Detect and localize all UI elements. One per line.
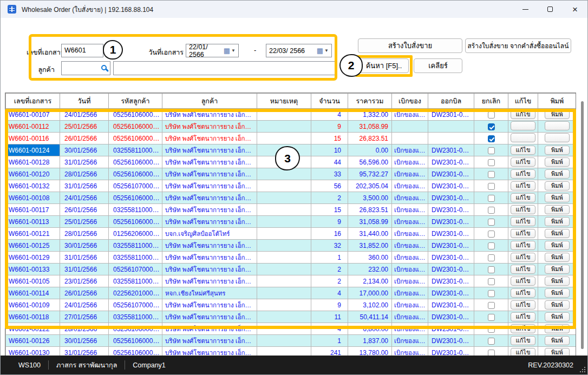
customer-code-cell[interactable]: 05256107000122 — [109, 264, 162, 275]
date-cell[interactable]: 30/01/2566 — [60, 144, 109, 156]
cancel-checkbox[interactable] — [488, 278, 495, 285]
cancel-checkbox[interactable] — [488, 195, 495, 202]
picking-status-cell[interactable]: เบิกของแล้ว — [392, 204, 428, 216]
table-row[interactable]: W6601-00125 30/01/2566 03255811000012 บร… — [6, 240, 577, 252]
print-button[interactable]: พิมพ์ — [545, 181, 570, 190]
print-button[interactable]: พิมพ์ — [545, 265, 570, 274]
customer-code-cell[interactable]: 03255811000012 — [109, 311, 162, 323]
total-cell[interactable]: 50,411.14 — [348, 311, 392, 323]
customer-cell[interactable]: บริษัท พงศ์โชตนาการยาง เอ็กซ์ตรั... — [162, 180, 257, 192]
billing-no-cell[interactable]: DW2301-00116 — [428, 204, 474, 216]
customer-code-cell[interactable]: 05256106000005 — [109, 323, 162, 335]
edit-button[interactable]: แก้ไข — [511, 336, 535, 345]
customer-code-cell[interactable]: 03255811000012 — [109, 275, 162, 287]
picking-status-cell[interactable]: เบิกของแล้ว — [392, 335, 428, 347]
col-header-billing[interactable]: ออกบิล — [428, 94, 474, 109]
print-button[interactable]: พิมพ์ — [545, 110, 570, 119]
picking-status-cell[interactable]: เบิกของแล้ว — [392, 252, 428, 264]
table-row[interactable]: W6601-00120 28/01/2566 05256106000005 บร… — [6, 168, 577, 180]
search-icon[interactable] — [101, 65, 107, 70]
note-cell[interactable] — [257, 121, 311, 133]
cancel-checkbox[interactable] — [488, 266, 495, 273]
doc-no-cell[interactable]: W6601-00132 — [6, 180, 60, 192]
picking-status-cell[interactable]: เบิกของแล้ว — [392, 275, 428, 287]
col-header-customer-code[interactable]: รหัสลูกค้า — [109, 94, 162, 109]
edit-button[interactable]: แก้ไข — [511, 169, 535, 179]
customer-cell[interactable]: บริษัท พงศ์โชตนาการยาง เอ็กซเลน... — [162, 275, 257, 287]
date-cell[interactable]: 31/01/2566 — [60, 180, 109, 192]
customer-cell[interactable]: บริษัท พงศ์โชตนาการยาง เอ็กซเลน... — [162, 204, 257, 216]
table-row[interactable]: W6601-00129 31/01/2566 03255811000012 บร… — [6, 252, 577, 264]
customer-cell[interactable]: บริษัท พงศ์โชตนาการยาง เอ็กซ์ตรั... — [162, 264, 257, 275]
print-button[interactable] — [545, 133, 570, 142]
doc-no-cell[interactable]: W6601-00113 — [6, 216, 60, 228]
clear-button[interactable]: เคลียร์ — [414, 58, 462, 73]
billing-no-cell[interactable]: DW2301-00113 — [428, 287, 474, 299]
note-cell[interactable] — [257, 204, 311, 216]
customer-code-cell[interactable]: 05256106000005 — [109, 335, 162, 347]
quantity-cell[interactable]: 2 — [311, 192, 348, 204]
picking-status-cell[interactable]: เบิกของแล้ว — [392, 156, 428, 168]
doc-no-cell[interactable]: W6601-00117 — [6, 204, 60, 216]
customer-code-cell[interactable]: 05256106000005 — [109, 109, 162, 121]
date-cell[interactable]: 26/01/2566 — [60, 133, 109, 144]
cancel-checkbox[interactable] — [488, 207, 495, 214]
resize-grip[interactable] — [579, 366, 586, 373]
print-button[interactable]: พิมพ์ — [545, 229, 570, 238]
customer-code-cell[interactable]: 05256106000005 — [109, 192, 162, 204]
billing-no-cell[interactable]: DW2301-00125 — [428, 335, 474, 347]
billing-no-cell[interactable] — [428, 121, 474, 133]
total-cell[interactable]: 1,837.00 — [348, 335, 392, 347]
print-button[interactable]: พิมพ์ — [545, 300, 570, 310]
calendar-icon[interactable]: ▦ — [317, 47, 323, 54]
cancel-checkbox[interactable] — [488, 135, 495, 142]
doc-no-cell[interactable]: W6601-00109 — [6, 299, 60, 311]
billing-no-cell[interactable]: DW2301-00127 — [428, 156, 474, 168]
date-cell[interactable]: 30/01/2566 — [60, 240, 109, 252]
picking-status-cell[interactable]: เบิกของแล้ว — [392, 216, 428, 228]
customer-code-cell[interactable]: 03255811000012 — [109, 252, 162, 264]
edit-button[interactable]: แก้ไข — [511, 205, 535, 214]
customer-cell[interactable]: บริษัท พงศ์โชตนาการยาง เอ็กซ์เพร... — [162, 121, 257, 133]
note-cell[interactable] — [257, 144, 311, 156]
quantity-cell[interactable]: 1 — [311, 335, 348, 347]
customer-code-cell[interactable]: 05256106000005 — [109, 133, 162, 144]
quantity-cell[interactable]: 44 — [311, 156, 348, 168]
print-button[interactable]: พิมพ์ — [545, 241, 570, 250]
total-cell[interactable]: 31,058.99 — [348, 216, 392, 228]
quantity-cell[interactable]: 32 — [311, 240, 348, 252]
cancel-checkbox[interactable] — [488, 302, 495, 309]
quantity-cell[interactable]: 15 — [311, 204, 348, 216]
date-cell[interactable]: 31/01/2566 — [60, 156, 109, 168]
customer-code-cell[interactable]: 05256107000122 — [109, 180, 162, 192]
customer-cell[interactable]: บริษัท พงศ์โชตนาการยาง เอ็กซเลน... — [162, 144, 257, 156]
table-row[interactable]: W6601-00121 28/01/2566 01256206000071 บจ… — [6, 228, 577, 240]
total-cell[interactable]: 3,500.00 — [348, 192, 392, 204]
quantity-cell[interactable]: 9 — [311, 299, 348, 311]
quantity-cell[interactable]: 15 — [311, 133, 348, 144]
edit-button[interactable]: แก้ไข — [511, 300, 535, 310]
print-button[interactable]: พิมพ์ — [545, 277, 570, 286]
doc-no-cell[interactable]: W6601-00126 — [6, 335, 60, 347]
billing-no-cell[interactable] — [428, 133, 474, 144]
chevron-down-icon[interactable]: ▼ — [324, 49, 329, 53]
table-row[interactable]: W6601-00122 28/01/2566 05256106000005 บร… — [6, 323, 577, 335]
col-header-customer[interactable]: ลูกค้า — [162, 94, 257, 109]
date-to-input[interactable]: 22/03/ 2566 ▦ ▼ — [266, 44, 332, 57]
total-cell[interactable]: 26,823.51 — [348, 133, 392, 144]
date-cell[interactable]: 28/01/2566 — [60, 228, 109, 240]
customer-cell[interactable]: บจก.เจริญศิลป์ออโต้ไทร์ — [162, 228, 257, 240]
total-cell[interactable]: 31,058.99 — [348, 121, 392, 133]
note-cell[interactable] — [257, 335, 311, 347]
total-cell[interactable]: 95,732.27 — [348, 168, 392, 180]
date-cell[interactable]: 26/01/2566 — [60, 287, 109, 299]
billing-no-cell[interactable]: DW2301-00120 — [428, 228, 474, 240]
cancel-checkbox[interactable] — [488, 242, 495, 249]
date-cell[interactable]: 24/01/2566 — [60, 192, 109, 204]
quantity-cell[interactable]: 4 — [311, 109, 348, 121]
col-header-note[interactable]: หมายเหตุ — [257, 94, 311, 109]
note-cell[interactable] — [257, 180, 311, 192]
customer-code-cell[interactable]: 02256201000089 — [109, 287, 162, 299]
billing-no-cell[interactable]: DW2301-00124 — [428, 240, 474, 252]
customer-cell[interactable]: บริษัท พงศ์โชตนาการยาง เอ็กซ์เพร... — [162, 168, 257, 180]
